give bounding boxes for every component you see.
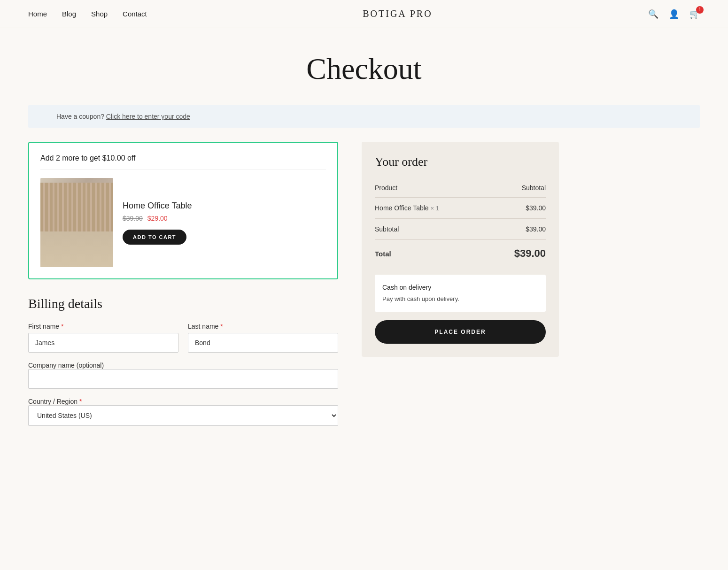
account-button[interactable]: 👤 [669,9,679,19]
first-name-input[interactable] [28,333,178,353]
col-product: Product [375,178,489,198]
subtotal-row: Subtotal $39.00 [375,219,546,240]
coupon-link[interactable]: Click here to enter your code [106,113,190,120]
total-value: $39.00 [489,240,546,267]
cart-badge: 1 [696,6,704,14]
coupon-text: Have a coupon? [56,113,104,120]
price-original: $39.00 [123,215,143,222]
search-icon: 🔍 [648,9,658,19]
country-label: Country / Region * [28,398,82,405]
cart-button[interactable]: 🛒 1 [689,9,700,19]
upsell-title: Add 2 more to get $10.00 off [40,154,326,169]
total-label: Total [375,240,489,267]
payment-method: Cash on delivery [382,282,538,293]
last-name-required: * [220,323,223,330]
upsell-card: Add 2 more to get $10.00 off Home Office… [28,142,338,279]
product-image [40,178,113,267]
main-nav: Home Blog Shop Contact [28,10,147,18]
nav-home[interactable]: Home [28,10,47,18]
subtotal-value: $39.00 [489,219,546,240]
last-name-input[interactable] [188,333,338,353]
name-row: First name * Last name * [28,323,338,353]
order-item-name: Home Office Table × 1 [375,198,489,219]
order-table: Product Subtotal Home Office Table × 1 $… [375,178,546,266]
add-to-cart-button[interactable]: ADD TO CART [123,230,186,245]
nav-contact[interactable]: Contact [123,10,147,18]
company-input[interactable] [28,369,338,389]
country-select[interactable]: United States (US) [28,405,338,426]
subtotal-label: Subtotal [375,219,489,240]
order-item-subtotal: $39.00 [489,198,546,219]
search-button[interactable]: 🔍 [648,9,658,19]
brand-logo: BOTIGA PRO [363,8,432,19]
last-name-label: Last name * [188,323,338,330]
price-sale: $29.00 [147,215,168,222]
left-column: Add 2 more to get $10.00 off Home Office… [28,142,338,434]
upsell-product-name: Home Office Table [123,201,326,211]
header-icons: 🔍 👤 🛒 1 [648,9,700,19]
payment-info: Cash on delivery Pay with cash upon deli… [375,275,546,312]
first-name-required: * [61,323,63,330]
company-group: Company name (optional) [28,361,338,389]
place-order-button[interactable]: PLACE ORDER [375,320,546,344]
first-name-label: First name * [28,323,178,330]
table-row: Home Office Table × 1 $39.00 [375,198,546,219]
payment-desc: Pay with cash upon delivery. [382,294,538,304]
total-row: Total $39.00 [375,240,546,267]
order-title: Your order [375,155,546,169]
company-label: Company name (optional) [28,362,104,369]
col-subtotal: Subtotal [489,178,546,198]
nav-shop[interactable]: Shop [91,10,108,18]
right-column: Your order Product Subtotal Home Office … [362,142,559,357]
page-title: Checkout [0,52,728,86]
country-group: Country / Region * United States (US) [28,397,338,426]
coupon-banner: Have a coupon? Click here to enter your … [28,105,700,128]
page-title-section: Checkout [0,28,728,105]
account-icon: 👤 [669,9,679,19]
first-name-group: First name * [28,323,178,353]
order-summary: Your order Product Subtotal Home Office … [362,142,559,357]
product-prices: $39.00 $29.00 [123,215,326,222]
billing-section: Billing details First name * Last name * [28,296,338,426]
last-name-group: Last name * [188,323,338,353]
upsell-product: Home Office Table $39.00 $29.00 ADD TO C… [40,178,326,267]
main-content: Add 2 more to get $10.00 off Home Office… [0,128,728,448]
nav-blog[interactable]: Blog [62,10,76,18]
product-info: Home Office Table $39.00 $29.00 ADD TO C… [123,201,326,245]
order-item-qty: × 1 [431,205,439,212]
billing-title: Billing details [28,296,338,311]
country-required: * [79,398,82,405]
